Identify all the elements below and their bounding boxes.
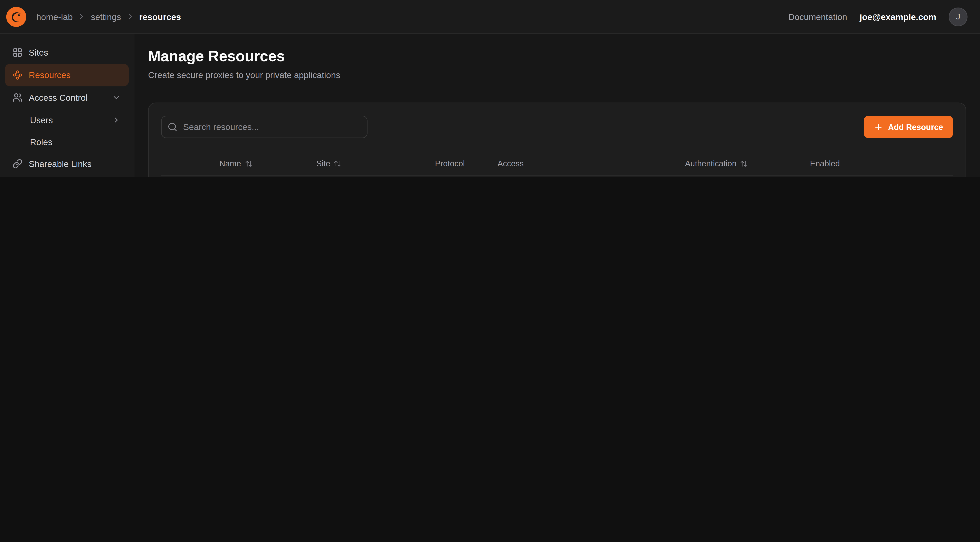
add-resource-label: Add Resource <box>888 122 943 132</box>
sidebar-item-label: Shareable Links <box>29 159 92 168</box>
sidebar-item-roles[interactable]: Roles <box>5 131 129 153</box>
sort-icon <box>245 160 252 167</box>
sidebar-item-label: Roles <box>30 137 52 146</box>
sort-icon <box>740 160 748 167</box>
sidebar-item-resources[interactable]: Resources <box>5 64 129 86</box>
column-header-site[interactable]: Site <box>316 159 435 168</box>
link-icon <box>13 159 22 169</box>
chevron-right-icon <box>111 115 121 125</box>
search-icon <box>167 122 178 132</box>
sidebar-item-label: Sites <box>29 48 48 57</box>
search-input[interactable] <box>161 116 368 138</box>
grid-icon <box>13 48 22 57</box>
table-header: Name Site Protocol <box>161 152 953 175</box>
chevron-right-icon <box>78 13 86 21</box>
breadcrumb: home-lab settings resources <box>36 12 181 22</box>
chevron-down-icon <box>111 92 121 103</box>
sidebar-item-access-control[interactable]: Access Control <box>5 86 129 109</box>
topbar: home-lab settings resources Documentatio… <box>0 0 980 34</box>
sidebar: Sites Resources Access Control Users <box>0 34 134 177</box>
plus-icon <box>873 122 883 132</box>
app-window: home-lab settings resources Documentatio… <box>0 0 980 177</box>
column-header-enabled: Enabled <box>810 159 897 168</box>
column-header-name[interactable]: Name <box>220 159 316 168</box>
column-header-authentication[interactable]: Authentication <box>685 159 810 168</box>
sidebar-item-label: Resources <box>29 71 71 80</box>
column-header-protocol: Protocol <box>435 159 498 168</box>
sidebar-item-label: Access Control <box>29 93 88 102</box>
sidebar-item-shareable-links[interactable]: Shareable Links <box>5 153 129 175</box>
column-header-access: Access <box>498 159 685 168</box>
sidebar-item-users[interactable]: Users <box>5 109 129 131</box>
documentation-link[interactable]: Documentation <box>788 12 847 22</box>
breadcrumb-home-lab[interactable]: home-lab <box>36 12 73 22</box>
avatar[interactable]: J <box>949 7 967 26</box>
breadcrumb-resources[interactable]: resources <box>139 12 181 22</box>
chevron-right-icon <box>126 13 134 21</box>
topbar-right: Documentation joe@example.com J <box>788 7 967 26</box>
main-content: Manage Resources Create secure proxies t… <box>134 34 980 177</box>
resources-toolbar: Add Resource <box>161 116 953 138</box>
add-resource-button[interactable]: Add Resource <box>864 116 953 138</box>
page-subtitle: Create secure proxies to your private ap… <box>148 70 966 80</box>
sidebar-item-api-keys[interactable]: API Keys <box>5 175 129 177</box>
page-title: Manage Resources <box>148 48 966 65</box>
waypoints-icon <box>13 70 22 80</box>
users-icon <box>13 92 22 103</box>
sort-icon <box>334 160 342 167</box>
breadcrumb-settings[interactable]: settings <box>91 12 121 22</box>
sidebar-item-sites[interactable]: Sites <box>5 41 129 64</box>
table-row: Immich Home Lab TCP https://immich.examp… <box>161 176 953 177</box>
search-wrap <box>161 116 368 138</box>
app-logo-icon <box>6 6 26 27</box>
sidebar-item-label: Users <box>30 116 53 124</box>
user-email: joe@example.com <box>860 12 936 22</box>
resources-card: Add Resource Name Site <box>148 103 966 177</box>
